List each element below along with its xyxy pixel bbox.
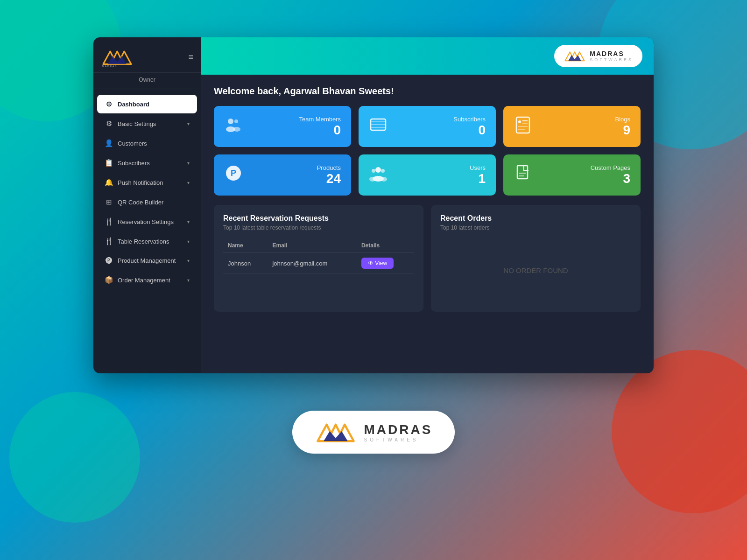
- welcome-message: Welcome back, Agarwal Bhavan Sweets!: [214, 86, 641, 97]
- sidebar-item-dashboard[interactable]: ⊙ Dashboard: [97, 95, 197, 113]
- blogs-icon: [514, 115, 532, 138]
- subscribers-card-icon: [369, 115, 388, 138]
- stat-card-subscribers-info: Subscribers 0: [395, 116, 486, 138]
- chevron-down-icon: ▾: [187, 121, 190, 126]
- sidebar-item-label: Subscribers: [118, 160, 150, 167]
- stat-card-custom-pages-label: Custom Pages: [540, 164, 630, 171]
- bottom-logo-pill: MADRAS SOFTWARES: [292, 411, 455, 454]
- sidebar-item-order-management[interactable]: 📦 Order Management ▾: [97, 271, 197, 289]
- stat-card-products-info: Products 24: [250, 164, 341, 186]
- stat-card-team-members-info: Team Members 0: [250, 116, 341, 138]
- users-icon: [369, 164, 388, 186]
- reservation-panel-title: Recent Reservation Requests: [223, 214, 414, 223]
- stat-card-team-members-value: 0: [250, 123, 341, 138]
- sidebar-item-customers[interactable]: 👤 Customers: [97, 134, 197, 153]
- topbar-logo-icon: [564, 49, 586, 63]
- fork-icon: 🍴: [105, 217, 113, 226]
- customers-icon: 👤: [105, 139, 113, 147]
- stat-card-products[interactable]: P Products 24: [214, 154, 351, 196]
- sidebar-item-product-management[interactable]: 🅟 Product Management ▾: [97, 252, 197, 270]
- orders-panel: Recent Orders Top 10 latest orders NO OR…: [431, 205, 641, 312]
- qr-icon: ⊞: [105, 198, 113, 206]
- sidebar: MADRAS ≡ Owner ⊙ Dashboard ⚙ Basic Setti…: [93, 37, 201, 373]
- bottom-logo-container: MADRAS SOFTWARES: [0, 411, 747, 454]
- sidebar-item-label: Reservation Settings: [118, 218, 174, 225]
- col-email: Email: [268, 238, 356, 253]
- stat-card-users[interactable]: Users 1: [359, 154, 496, 196]
- row-details: 👁 View: [357, 253, 414, 274]
- svg-point-21: [375, 167, 381, 173]
- stat-card-subscribers-label: Subscribers: [395, 116, 486, 123]
- stat-card-custom-pages-info: Custom Pages 3: [540, 164, 630, 186]
- stat-card-custom-pages-value: 3: [540, 171, 630, 186]
- svg-point-8: [233, 127, 240, 132]
- sidebar-item-table-reservations[interactable]: 🍴 Table Reservations ▾: [97, 232, 197, 251]
- sidebar-item-label: QR Code Builder: [118, 199, 163, 206]
- stat-card-blogs-info: Blogs 9: [540, 116, 630, 138]
- chevron-down-icon: ▾: [187, 180, 190, 185]
- svg-point-23: [381, 169, 385, 173]
- bottom-logo-subtext: SOFTWARES: [364, 437, 433, 442]
- stat-card-blogs-label: Blogs: [540, 116, 630, 123]
- sidebar-item-label: Basic Settings: [118, 120, 156, 127]
- products-icon: P: [224, 164, 243, 186]
- table-icon: 🍴: [105, 237, 113, 245]
- svg-point-14: [518, 120, 521, 123]
- sidebar-item-label: Customers: [118, 140, 147, 147]
- stat-card-users-info: Users 1: [395, 164, 486, 186]
- reservation-table: Name Email Details Johnson johnson@gmail…: [223, 238, 414, 274]
- svg-point-5: [228, 119, 233, 124]
- stat-card-team-members-label: Team Members: [250, 116, 341, 123]
- bottom-panels: Recent Reservation Requests Top 10 lates…: [214, 205, 641, 312]
- stat-card-team-members[interactable]: Team Members 0: [214, 106, 351, 147]
- app-window: MADRAS ≡ Owner ⊙ Dashboard ⚙ Basic Setti…: [93, 37, 654, 373]
- stat-card-products-label: Products: [250, 164, 341, 171]
- stat-card-subscribers[interactable]: Subscribers 0: [359, 106, 496, 147]
- chevron-down-icon: ▾: [187, 239, 190, 244]
- settings-icon: ⚙: [105, 119, 113, 128]
- svg-point-6: [234, 119, 238, 123]
- stat-card-blogs-value: 9: [540, 123, 630, 138]
- stat-card-blogs[interactable]: Blogs 9: [503, 106, 641, 147]
- dashboard-icon: ⊙: [105, 100, 113, 108]
- content-area: Welcome back, Agarwal Bhavan Sweets!: [201, 75, 654, 373]
- bottom-logo-text-group: MADRAS SOFTWARES: [364, 422, 433, 442]
- hamburger-button[interactable]: ≡: [188, 52, 193, 62]
- sidebar-item-qr-code-builder[interactable]: ⊞ QR Code Builder: [97, 193, 197, 211]
- sidebar-item-label: Order Management: [118, 277, 170, 284]
- sidebar-item-subscribers[interactable]: 📋 Subscribers ▾: [97, 154, 197, 172]
- svg-marker-1: [108, 56, 127, 64]
- main-content: MADRAS SOFTWARES Welcome back, Agarwal B…: [201, 37, 654, 373]
- sidebar-logo: MADRAS: [101, 47, 134, 68]
- svg-rect-27: [517, 166, 528, 179]
- order-icon: 📦: [105, 276, 113, 284]
- topbar-logo-text-group: MADRAS SOFTWARES: [590, 50, 633, 62]
- sidebar-item-label: Push Notification: [118, 179, 163, 186]
- sidebar-role: Owner: [93, 73, 201, 89]
- sidebar-item-basic-settings[interactable]: ⚙ Basic Settings ▾: [97, 114, 197, 133]
- stat-cards-grid: Team Members 0 Sub: [214, 106, 641, 196]
- svg-marker-4: [569, 55, 581, 61]
- row-name: Johnson: [223, 253, 268, 274]
- col-details: Details: [357, 238, 414, 253]
- view-button[interactable]: 👁 View: [361, 258, 394, 269]
- sidebar-item-label: Table Reservations: [118, 238, 169, 245]
- bottom-logo-icon: [315, 418, 357, 446]
- sidebar-item-reservation-settings[interactable]: 🍴 Reservation Settings ▾: [97, 212, 197, 231]
- orders-panel-title: Recent Orders: [440, 214, 631, 223]
- topbar-logo: MADRAS SOFTWARES: [554, 45, 642, 67]
- topbar: MADRAS SOFTWARES: [201, 37, 654, 75]
- col-name: Name: [223, 238, 268, 253]
- stat-card-users-label: Users: [395, 164, 486, 171]
- stat-card-users-value: 1: [395, 171, 486, 186]
- svg-text:P: P: [231, 168, 236, 178]
- topbar-logo-name: MADRAS: [590, 50, 633, 57]
- orders-panel-subtitle: Top 10 latest orders: [440, 224, 631, 231]
- chevron-down-icon: ▾: [187, 219, 190, 224]
- chevron-down-icon: ▾: [187, 278, 190, 283]
- stat-card-custom-pages[interactable]: Custom Pages 3: [503, 154, 641, 196]
- chevron-down-icon: ▾: [187, 161, 190, 166]
- topbar-logo-sub: SOFTWARES: [590, 57, 633, 62]
- sidebar-item-push-notification[interactable]: 🔔 Push Notification ▾: [97, 173, 197, 192]
- subscribers-icon: 📋: [105, 159, 113, 167]
